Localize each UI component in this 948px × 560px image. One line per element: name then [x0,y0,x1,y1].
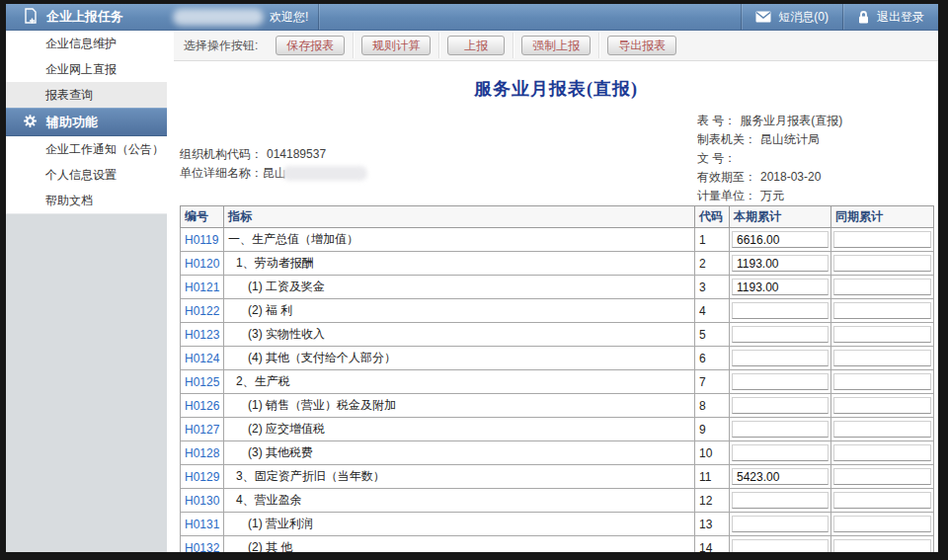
toolbar-divider [353,33,354,58]
section-title: 企业上报任务 [46,8,123,26]
same-period-input[interactable] [833,397,931,414]
col-header-indicator: 指标 [224,206,695,228]
sidebar: 企业信息维护企业网上直报报表查询 辅助功能 企业工作通知（公告）个人信息设置帮助… [6,31,167,552]
row-code-link[interactable]: H0131 [185,518,219,531]
current-period-input[interactable] [732,373,829,390]
current-period-input[interactable] [732,302,829,319]
row-code-link[interactable]: H0124 [185,352,219,365]
logout-button[interactable]: 退出登录 [842,4,938,30]
row-code-number: 9 [695,418,730,441]
sidebar-item[interactable]: 企业网上直报 [6,56,167,82]
same-period-input[interactable] [833,350,931,366]
meta-value: 万元 [760,189,784,202]
row-code-link[interactable]: H0123 [185,328,219,342]
indicator-label: (2) 福 利 [248,303,292,317]
report-area: 服务业月报表(直报) 组织机构代码： 014189537 单位详细名称： 昆山 … [174,61,938,552]
same-period-input[interactable] [833,231,931,248]
same-period-input[interactable] [833,302,931,319]
table-row: H0124 (4) 其他（支付给个人部分） 6 [181,347,934,370]
section-title: 辅助功能 [46,114,98,131]
same-period-input[interactable] [833,516,931,532]
same-period-input[interactable] [833,492,931,509]
row-code-link[interactable]: H0130 [185,494,219,508]
table-row: H0123 (3) 实物性收入 5 [181,323,934,347]
same-period-input[interactable] [833,444,931,461]
row-code-link[interactable]: H0127 [185,423,219,437]
current-period-input[interactable] [732,516,829,532]
sidebar-item[interactable]: 帮助文档 [6,188,167,213]
same-period-input[interactable] [833,539,931,552]
row-code-link[interactable]: H0121 [185,280,219,294]
toolbar-button[interactable]: 上报 [447,36,505,55]
indicator-label: (3) 其他税费 [248,445,313,459]
row-code-link[interactable]: H0129 [185,470,219,484]
lock-icon [857,10,870,24]
sidebar-item[interactable]: 企业工作通知（公告） [6,136,167,162]
sidebar-section-aux-functions[interactable]: 辅助功能 [6,108,167,136]
report-meta-line: 表 号：服务业月报表(直报) [697,112,842,130]
col-header-id: 编号 [181,206,224,228]
row-code-link[interactable]: H0120 [185,257,219,271]
table-row: H0127 (2) 应交增值税 9 [181,418,934,441]
same-period-input[interactable] [833,279,931,295]
indicator-label: (3) 实物性收入 [248,327,325,341]
current-period-input[interactable] [732,539,829,552]
row-code-link[interactable]: H0122 [185,304,219,318]
current-period-input[interactable] [732,468,829,485]
indicator-label: (1) 工资及奖金 [248,280,325,293]
toolbar-label: 选择操作按钮: [184,38,258,54]
toolbar-button[interactable]: 强制上报 [521,36,591,55]
row-code-link[interactable]: H0125 [185,375,219,389]
toolbar-button[interactable]: 规则计算 [361,36,431,55]
toolbar-button[interactable]: 导出报表 [607,36,676,55]
blurred-unit-name [282,166,367,181]
sidebar-item[interactable]: 企业信息维护 [6,31,167,56]
indicator-label: (2) 其 他 [248,540,292,552]
current-period-input[interactable] [732,492,829,509]
current-period-input[interactable] [732,279,829,295]
meta-value: 服务业月报表(直报) [740,114,842,127]
same-period-input[interactable] [833,326,931,343]
col-header-current: 本期累计 [730,206,831,228]
report-table: 编号 指标 代码 本期累计 同期累计 H0119 一、生产总值（增加值） 1 H… [180,205,934,552]
same-period-input[interactable] [833,421,931,438]
current-period-input[interactable] [732,255,829,272]
table-row: H0119 一、生产总值（增加值） 1 [181,228,934,252]
current-period-input[interactable] [732,444,829,461]
row-code-number: 2 [695,252,730,276]
row-code-number: 13 [695,513,730,536]
gear-icon [23,114,38,131]
meta-value: 2018-03-20 [760,170,821,184]
messages-button[interactable]: 短消息(0) [741,4,842,30]
logout-label: 退出登录 [877,9,924,26]
same-period-input[interactable] [833,255,931,272]
row-code-link[interactable]: H0132 [185,541,219,553]
org-code-value: 014189537 [267,145,326,164]
topbar-actions: 短消息(0) 退出登录 [741,4,938,30]
row-code-link[interactable]: H0128 [185,446,219,460]
sidebar-item[interactable]: 报表查询 [6,82,167,108]
sidebar-section-enterprise-tasks[interactable]: 企业上报任务 [6,4,167,30]
row-code-link[interactable]: H0119 [185,233,218,247]
top-header-bar: 企业上报任务 欢迎您! 短消息(0) 退出登录 [6,4,938,31]
row-code-link[interactable]: H0126 [185,399,219,413]
current-period-input[interactable] [732,397,829,414]
org-code-label: 组织机构代码： [180,145,263,164]
same-period-input[interactable] [833,468,931,485]
toolbar-button[interactable]: 保存报表 [276,36,345,55]
row-code-number: 11 [695,465,730,489]
table-row: H0129 3、固定资产折旧（当年数） 11 [181,465,934,489]
current-period-input[interactable] [732,231,829,248]
messages-label: 短消息(0) [778,9,829,26]
envelope-icon [755,11,771,23]
sidebar-item[interactable]: 个人信息设置 [6,162,167,188]
table-row: H0122 (2) 福 利 4 [181,299,934,323]
table-row: H0121 (1) 工资及奖金 3 [181,276,934,299]
row-code-number: 7 [695,370,730,394]
same-period-input[interactable] [833,373,931,390]
meta-label: 文 号： [697,151,736,165]
current-period-input[interactable] [732,350,829,366]
current-period-input[interactable] [732,421,829,438]
indicator-label: 4、营业盈余 [236,493,302,507]
current-period-input[interactable] [732,326,829,343]
